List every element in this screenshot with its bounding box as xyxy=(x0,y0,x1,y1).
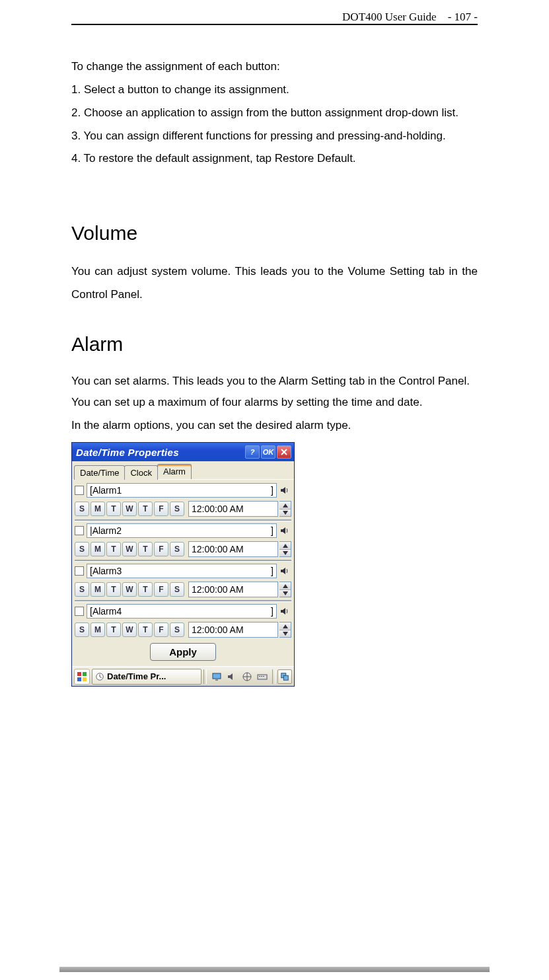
day-t2[interactable]: T xyxy=(138,502,153,516)
close-icon xyxy=(281,449,287,455)
alarm1-time-spinner[interactable] xyxy=(279,501,291,517)
day-f[interactable]: F xyxy=(154,622,168,637)
volume-heading: Volume xyxy=(71,222,478,245)
tray-network-icon[interactable] xyxy=(241,671,253,683)
day-f[interactable]: F xyxy=(154,542,168,556)
separator xyxy=(75,519,291,521)
spinner-up[interactable] xyxy=(279,582,291,590)
alarm3-time-spinner[interactable] xyxy=(279,582,291,597)
spinner-down[interactable] xyxy=(279,590,291,597)
page-header: DOT400 User Guide - 107 - xyxy=(342,11,478,24)
intro-step-3: 3. You can assign different functions fo… xyxy=(71,125,478,148)
task-switch-button[interactable] xyxy=(277,669,292,684)
day-s[interactable]: S xyxy=(75,542,89,556)
intro-step-4: 4. To restore the default assignment, ta… xyxy=(71,147,478,170)
day-s[interactable]: S xyxy=(75,622,89,637)
tray-keyboard-icon[interactable] xyxy=(256,671,268,683)
day-f[interactable]: F xyxy=(154,582,168,597)
alarm1-checkbox[interactable] xyxy=(75,486,84,495)
speaker-icon xyxy=(279,566,290,576)
page-number: - 107 - xyxy=(448,11,478,23)
day-t2[interactable]: T xyxy=(138,622,153,637)
system-tray xyxy=(209,671,270,683)
alarm-p3: In the alarm options, you can set the de… xyxy=(71,414,478,437)
tab-clock[interactable]: Clock xyxy=(124,465,158,480)
day-m[interactable]: M xyxy=(91,542,105,556)
alarm4-checkbox[interactable] xyxy=(75,607,84,616)
spinner-down[interactable] xyxy=(279,630,291,638)
chevron-up-icon xyxy=(283,624,288,628)
spinner-down[interactable] xyxy=(279,509,291,517)
alarm3-time-field[interactable]: 12:00:00 AM xyxy=(188,582,278,597)
alarm3-sound-button[interactable] xyxy=(278,564,291,578)
tab-alarm[interactable]: Alarm xyxy=(157,464,192,479)
alarm1-sound-button[interactable] xyxy=(278,484,291,497)
spinner-up[interactable] xyxy=(279,542,291,550)
alarm4-time-field[interactable]: 12:00:00 AM xyxy=(188,622,278,638)
alarm4-name-field[interactable]: [Alarm4] xyxy=(87,604,277,619)
svg-rect-13 xyxy=(283,675,288,680)
day-t2[interactable]: T xyxy=(138,582,153,597)
day-s2[interactable]: S xyxy=(170,582,184,597)
alarm3-name: [Alarm3 xyxy=(90,566,122,576)
alarm4-sound-button[interactable] xyxy=(278,605,291,618)
day-m[interactable]: M xyxy=(91,582,105,597)
day-t[interactable]: T xyxy=(106,542,121,556)
svg-rect-2 xyxy=(77,677,81,681)
alarm1-name-field[interactable]: [Alarm1] xyxy=(87,483,277,498)
alarm4-time-spinner[interactable] xyxy=(279,622,291,638)
svg-rect-1 xyxy=(83,672,87,676)
chevron-down-icon xyxy=(283,511,288,515)
svg-rect-3 xyxy=(83,677,87,681)
alarm3-checkbox[interactable] xyxy=(75,566,84,576)
day-s2[interactable]: S xyxy=(170,622,184,637)
day-t[interactable]: T xyxy=(106,622,121,637)
chevron-up-icon xyxy=(283,504,288,508)
alarm3-name-field[interactable]: [Alarm3] xyxy=(87,564,277,578)
tray-volume-icon[interactable] xyxy=(226,671,238,683)
volume-paragraph: You can adjust system volume. This leads… xyxy=(71,260,478,307)
day-f[interactable]: F xyxy=(154,502,168,516)
day-s2[interactable]: S xyxy=(170,502,184,516)
day-t[interactable]: T xyxy=(106,502,121,516)
separator xyxy=(75,600,291,601)
spinner-up[interactable] xyxy=(279,502,291,509)
intro-lead: To change the assignment of each button: xyxy=(71,56,478,79)
spinner-down[interactable] xyxy=(279,550,291,557)
close-button[interactable] xyxy=(277,445,291,459)
tab-datetime[interactable]: Date/Time xyxy=(74,465,125,480)
day-s[interactable]: S xyxy=(75,502,89,516)
day-w[interactable]: W xyxy=(122,622,137,637)
start-button[interactable] xyxy=(74,669,90,685)
day-w[interactable]: W xyxy=(122,582,137,597)
alarm2-sound-button[interactable] xyxy=(278,524,291,537)
day-t2[interactable]: T xyxy=(138,542,153,556)
tray-monitor-icon[interactable] xyxy=(211,671,223,683)
alarm2-time-field[interactable]: 12:00:00 AM xyxy=(188,541,278,557)
spinner-up[interactable] xyxy=(279,622,291,630)
dialog-title: Date/Time Properties xyxy=(76,447,244,458)
alarm-text: You can set up a maximum of four alarms … xyxy=(71,391,478,437)
alarm2-checkbox[interactable] xyxy=(75,526,84,535)
alarm2-name-field[interactable]: |Alarm2] xyxy=(87,523,277,538)
day-s[interactable]: S xyxy=(75,582,89,597)
apply-button[interactable]: Apply xyxy=(150,643,216,661)
day-t[interactable]: T xyxy=(106,582,121,597)
alarm-entry-4: [Alarm4] S M T W T F S 12:00:00 AM xyxy=(75,603,291,639)
day-m[interactable]: M xyxy=(91,622,105,637)
help-button[interactable] xyxy=(245,445,260,459)
taskbar-app-button[interactable]: Date/Time Pr... xyxy=(92,669,201,685)
chevron-down-icon xyxy=(283,632,288,636)
ok-button[interactable] xyxy=(261,445,275,459)
intro-step-1: 1. Select a button to change its assignm… xyxy=(71,79,478,102)
alarm-p2: You can set up a maximum of four alarms … xyxy=(71,391,478,414)
alarm1-time-field[interactable]: 12:00:00 AM xyxy=(188,501,278,517)
alarm-list: [Alarm1] S M T W T F S 12:00:00 AM xyxy=(72,480,294,666)
day-s2[interactable]: S xyxy=(170,542,184,556)
day-w[interactable]: W xyxy=(122,542,137,556)
day-m[interactable]: M xyxy=(91,502,105,516)
dialog-titlebar: Date/Time Properties xyxy=(72,443,294,461)
alarm-entry-2: |Alarm2] S M T W T F S 12:00:00 AM xyxy=(75,522,291,558)
alarm2-time-spinner[interactable] xyxy=(279,541,291,557)
day-w[interactable]: W xyxy=(122,502,137,516)
